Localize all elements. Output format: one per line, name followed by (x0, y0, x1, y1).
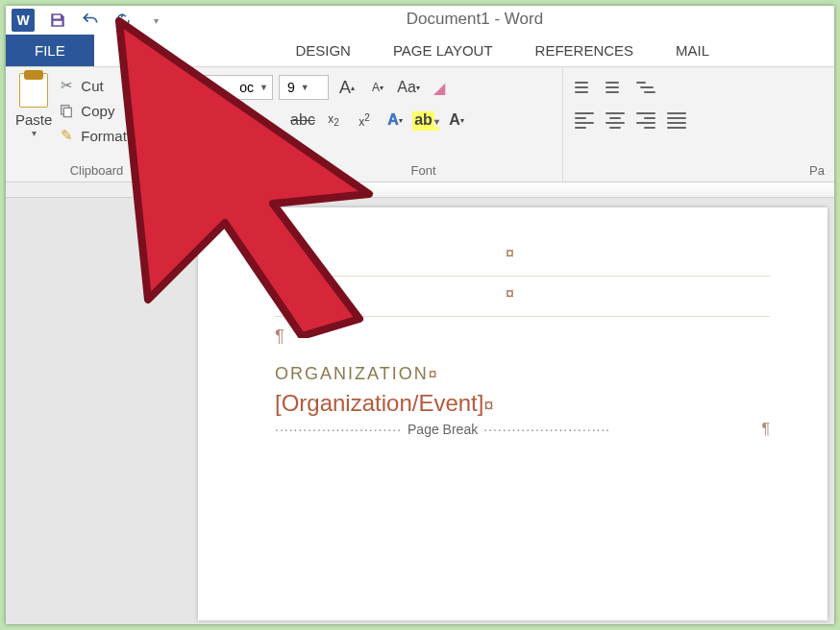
format-painter-label: Format P (81, 128, 140, 144)
cut-label: Cut (81, 78, 103, 94)
redo-icon[interactable] (113, 11, 133, 30)
tab-page-layout[interactable]: PAGE LAYOUT (372, 35, 514, 66)
copy-button[interactable]: Copy (58, 98, 140, 123)
justify-button[interactable] (663, 109, 690, 132)
quick-access-toolbar: W ▾ (6, 9, 165, 32)
align-center-button[interactable] (602, 109, 629, 132)
svg-rect-1 (64, 108, 72, 116)
multilevel-list-button[interactable] (632, 76, 659, 99)
horizontal-ruler[interactable] (6, 182, 834, 198)
scissors-icon: ✂ (58, 77, 75, 94)
row-number: 15 (275, 277, 300, 304)
tab-file[interactable]: FILE (6, 35, 94, 66)
copy-icon (58, 102, 75, 119)
word-app-icon: W (12, 9, 35, 32)
font-name-value: oc (239, 80, 254, 95)
cell-mark-icon: ¤ (300, 245, 309, 261)
copy-label: Copy (81, 103, 114, 119)
align-left-button[interactable] (571, 109, 598, 132)
cut-button[interactable]: ✂ Cut (58, 73, 140, 98)
paste-icon (19, 73, 48, 108)
cell-mark-icon: ¤ (309, 287, 315, 302)
shrink-font-button[interactable]: A▾ (365, 75, 390, 100)
font-color-button[interactable]: A▾ (444, 108, 469, 133)
font-size-value: 9 (287, 80, 295, 95)
paintbrush-icon: ✎ (58, 127, 75, 144)
clear-formatting-button[interactable]: ◢ (427, 75, 452, 100)
paste-label: Paste (15, 111, 52, 128)
customize-qat-icon[interactable]: ▾ (146, 11, 165, 30)
organization-field[interactable]: [Organization/Event]¤ (275, 390, 770, 417)
font-group-label: Font (196, 163, 555, 180)
group-paragraph: Pa (563, 67, 834, 182)
align-right-button[interactable] (632, 109, 659, 132)
word-window: W ▾ Document1 - Word FILE HOME INSERT DE… (6, 6, 834, 624)
chevron-down-icon: ▼ (301, 83, 309, 92)
row-number: 14 (275, 236, 300, 264)
group-clipboard: Paste ▾ ✂ Cut Copy ✎ (6, 67, 188, 182)
titlebar: W ▾ Document1 - Word (6, 6, 834, 35)
group-font: oc▼ 9▼ A▴ A▾ Aa▾ ◢ abc x2 x2 A▾ ab▾ A▾ (188, 67, 563, 182)
table-row: 15¤¤ ¤ (275, 277, 770, 317)
subscript-button[interactable]: x2 (321, 108, 346, 133)
paragraph-group-label: Pa (809, 163, 825, 178)
cell-mark-icon: ¤ (506, 245, 514, 262)
document-title: Document1 - Word (407, 10, 543, 29)
chevron-down-icon: ▼ (259, 83, 268, 92)
numbering-button[interactable] (602, 76, 629, 99)
superscript-button[interactable]: x2 (352, 108, 377, 133)
undo-icon[interactable] (81, 11, 100, 30)
tab-design[interactable]: DESIGN (274, 35, 372, 66)
cell-mark-icon: ¤ (506, 285, 514, 303)
paste-button[interactable]: Paste ▾ (13, 71, 58, 163)
save-icon[interactable] (48, 11, 67, 30)
page-break-indicator: ··························· Page Break ·… (275, 421, 770, 438)
font-size-combo[interactable]: 9▼ (279, 75, 329, 100)
font-name-combo[interactable]: oc▼ (196, 75, 273, 100)
bullets-button[interactable] (571, 76, 598, 99)
pilcrow-mark: ¶ (275, 327, 770, 347)
document-page[interactable]: 14¤ ¤ 15¤¤ ¤ ¶ ORGANIZATION¤ [Organizati… (198, 207, 828, 620)
grow-font-button[interactable]: A▴ (334, 75, 359, 100)
ribbon: Paste ▾ ✂ Cut Copy ✎ (6, 67, 834, 182)
page-break-label: Page Break (402, 422, 483, 437)
clipboard-group-label: Clipboard (13, 163, 180, 180)
ribbon-tabs: FILE HOME INSERT DESIGN PAGE LAYOUT REFE… (6, 35, 834, 67)
highlight-button[interactable]: ab▾ (413, 108, 438, 133)
change-case-button[interactable]: Aa▾ (396, 75, 421, 100)
text-effects-button[interactable]: A▾ (383, 108, 408, 133)
table-row: 14¤ ¤ (275, 236, 770, 277)
format-painter-button[interactable]: ✎ Format P (58, 123, 140, 148)
tab-references[interactable]: REFERENCES (514, 35, 655, 66)
strikethrough-button[interactable]: abc (290, 108, 315, 133)
cell-mark-icon: ¤ (300, 285, 309, 302)
chevron-down-icon[interactable]: ▾ (32, 128, 37, 138)
tab-mailings[interactable]: MAIL (655, 35, 730, 66)
document-area: 14¤ ¤ 15¤¤ ¤ ¶ ORGANIZATION¤ [Organizati… (6, 182, 834, 624)
pilcrow-mark: ¶ (761, 421, 770, 438)
organization-heading: ORGANIZATION¤ (275, 364, 770, 384)
